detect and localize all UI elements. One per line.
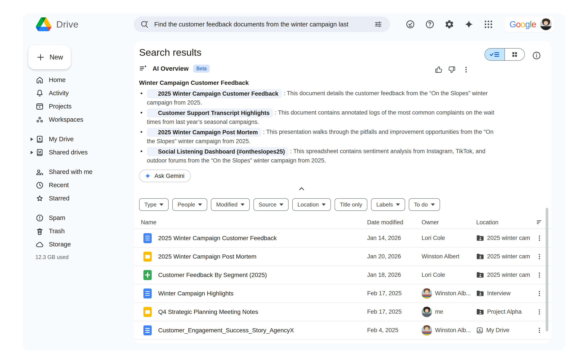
row-menu-button[interactable] xyxy=(535,252,544,261)
thumbs-down-button[interactable] xyxy=(447,65,457,75)
chevron-down-icon xyxy=(322,203,326,206)
scrollbar-thumb[interactable] xyxy=(546,208,548,332)
sidebar-item-trash[interactable]: Trash xyxy=(23,225,134,238)
user-avatar[interactable] xyxy=(540,19,552,30)
sidebar-item-recent[interactable]: Recent xyxy=(23,179,134,192)
chevron-down-icon xyxy=(198,203,202,206)
gemini-spark-button[interactable] xyxy=(463,18,475,30)
trash-icon xyxy=(35,227,44,236)
ai-overview-bullet: Social Listening Dashboard (#ontheslopes… xyxy=(139,147,499,165)
chevron-down-icon xyxy=(396,203,400,206)
file-location: Interview xyxy=(487,290,510,297)
shared-folder-icon xyxy=(476,235,484,241)
owner-avatar xyxy=(422,288,432,299)
filter-chip[interactable]: To do xyxy=(409,198,440,211)
sidebar-item-projects[interactable]: Projects xyxy=(23,100,134,113)
help-button[interactable] xyxy=(424,18,436,30)
owner-avatar xyxy=(422,307,432,317)
apps-grid-button[interactable] xyxy=(482,18,495,30)
file-type-icon xyxy=(144,325,152,335)
settings-gear-button[interactable] xyxy=(443,18,455,30)
collapse-ai-overview-button[interactable] xyxy=(295,183,308,195)
ask-gemini-button[interactable]: Ask Gemini xyxy=(139,170,191,182)
spam-icon xyxy=(35,214,44,222)
document-chip[interactable]: Social Listening Dashboard (#ontheslopes… xyxy=(147,147,288,156)
filter-chip[interactable]: Location xyxy=(292,198,331,211)
storage-used-label: 12.3 GB used xyxy=(23,254,134,260)
expand-arrow-icon[interactable] xyxy=(31,137,33,141)
sidebar-item-storage[interactable]: Storage xyxy=(23,238,134,251)
grid-view-button[interactable] xyxy=(504,49,524,60)
shared-folder-icon xyxy=(476,253,484,260)
file-date-modified: Jan 14, 2026 xyxy=(367,235,422,241)
file-name: Customer Feedback By Segment (2025) xyxy=(158,272,267,279)
filter-chip[interactable]: Type xyxy=(139,198,169,211)
shared-folder-icon xyxy=(476,309,484,315)
offline-status-button[interactable] xyxy=(404,18,416,30)
ai-overview-label: AI Overview xyxy=(152,65,189,72)
search-bar[interactable] xyxy=(134,16,390,32)
ai-overview-menu-button[interactable] xyxy=(461,65,471,75)
topbar-actions xyxy=(404,18,495,30)
thumbs-up-button[interactable] xyxy=(433,65,443,75)
drive-logo[interactable]: Drive xyxy=(36,16,78,32)
column-header-location[interactable]: Location xyxy=(476,219,535,226)
google-account-chip[interactable]: Google xyxy=(505,16,554,32)
file-row[interactable]: Q4 Strategic Planning Meeting Notes Feb … xyxy=(134,303,551,321)
page-title: Search results xyxy=(139,47,202,58)
row-menu-button[interactable] xyxy=(535,234,544,243)
row-menu-button[interactable] xyxy=(535,326,544,335)
filter-chip[interactable]: People xyxy=(172,198,207,211)
drive-triangle-icon xyxy=(36,17,52,31)
row-menu-button[interactable] xyxy=(535,307,544,317)
row-menu-button[interactable] xyxy=(535,270,544,280)
file-date-modified: Feb 4, 2025 xyxy=(367,327,422,334)
sort-icon xyxy=(536,218,543,226)
file-location: 2025 winter cam xyxy=(487,253,530,260)
sidebar-item-starred[interactable]: Starred xyxy=(23,192,134,205)
file-row[interactable]: Customer_Engagement_Success_Story_Agency… xyxy=(134,321,551,340)
sidebar-item-shared-with-me[interactable]: Shared with me xyxy=(23,165,134,179)
file-row[interactable]: Customer Feedback By Segment (2025) Jan … xyxy=(134,266,551,284)
file-date-modified: Jan 18, 2026 xyxy=(367,272,422,278)
details-info-button[interactable] xyxy=(530,49,543,62)
filter-chip[interactable]: Modified xyxy=(211,198,249,211)
chevron-down-icon xyxy=(280,203,283,206)
document-chip[interactable]: 2025 Winter Campaign Post Mortem xyxy=(147,128,261,137)
sidebar-item-activity[interactable]: Activity xyxy=(23,87,134,100)
sort-button[interactable] xyxy=(535,218,544,226)
drive-wordmark: Drive xyxy=(56,19,78,30)
search-input[interactable] xyxy=(154,21,367,28)
filter-chip[interactable]: Source xyxy=(253,198,288,211)
chevron-down-icon xyxy=(431,203,435,206)
filter-chip[interactable]: Labels xyxy=(371,198,405,211)
ai-overview-bullet: Customer Support Transcript Highlights: … xyxy=(139,108,499,126)
main-panel: Search results AI Overview Beta xyxy=(134,41,551,343)
expand-arrow-icon[interactable] xyxy=(31,151,33,154)
list-view-button[interactable] xyxy=(485,49,504,60)
file-row[interactable]: 2025 Winter Campaign Customer Feedback J… xyxy=(134,229,551,247)
column-header-owner[interactable]: Owner xyxy=(422,219,476,226)
sidebar-item-workspaces[interactable]: Workspaces xyxy=(23,113,134,126)
sidebar-item-my-drive[interactable]: My Drive xyxy=(23,133,134,146)
file-date-modified: Feb 17, 2025 xyxy=(367,290,422,297)
sidebar-item-spam[interactable]: Spam xyxy=(23,211,134,225)
thumbs-down-icon xyxy=(448,65,457,74)
owner-name: Winston Alb... xyxy=(435,290,471,297)
search-options-button[interactable] xyxy=(372,18,384,30)
file-row[interactable]: Winter Campaign Highlights Feb 17, 2025 … xyxy=(134,284,551,303)
file-type-icon xyxy=(144,233,152,243)
sidebar-item-home[interactable]: Home xyxy=(23,73,134,87)
ai-overview-actions xyxy=(433,65,471,75)
filter-chip[interactable]: Title only xyxy=(335,198,367,211)
owner-name: Winston Albert xyxy=(422,253,459,260)
file-row[interactable]: 2025 Winter Campaign Post Mortem Jan 20,… xyxy=(134,247,551,266)
document-chip[interactable]: Customer Support Transcript Highlights xyxy=(147,109,273,117)
row-menu-button[interactable] xyxy=(535,289,544,298)
sidebar-item-shared-drives[interactable]: Shared drives xyxy=(23,146,134,159)
column-header-date-modified[interactable]: Date modified xyxy=(367,219,422,226)
column-header-name[interactable]: Name xyxy=(141,219,367,226)
new-button[interactable]: New xyxy=(28,45,71,69)
document-chip[interactable]: 2025 Winter Campaign Customer Feedback xyxy=(147,89,282,98)
ai-overview-bullets: 2025 Winter Campaign Customer Feedback: … xyxy=(139,89,499,166)
